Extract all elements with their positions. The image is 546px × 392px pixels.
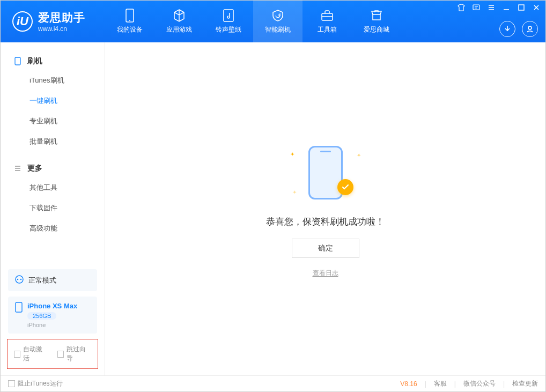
- version-label: V8.16: [400, 380, 417, 388]
- sidebar-item-itunes-flash[interactable]: iTunes刷机: [1, 70, 105, 91]
- divider: |: [503, 380, 505, 388]
- tab-label: 智能刷机: [265, 25, 291, 34]
- phone-icon: [123, 9, 137, 23]
- success-illustration: ✦ ✦ ✦: [293, 140, 358, 205]
- view-log-link[interactable]: 查看日志: [313, 269, 338, 278]
- checkbox-label: 阻止iTunes运行: [18, 379, 63, 388]
- device-type: iPhone: [27, 322, 77, 328]
- checkbox-icon: [14, 351, 20, 358]
- divider: |: [425, 380, 426, 388]
- store-icon: [370, 9, 383, 23]
- checkbox-icon: [57, 351, 64, 358]
- shirt-icon[interactable]: [456, 3, 466, 12]
- tab-toolbox[interactable]: 工具箱: [302, 1, 352, 42]
- app-logo-icon: iU: [12, 11, 33, 32]
- status-bar: 阻止iTunes运行 V8.16 | 客服 | 微信公众号 | 检查更新: [1, 375, 545, 391]
- tab-label: 爱思商城: [364, 25, 389, 34]
- sidebar-item-download-firmware[interactable]: 下载固件: [1, 198, 105, 218]
- app-logo-block: iU 爱思助手 www.i4.cn: [1, 1, 105, 42]
- menu-icon[interactable]: [486, 3, 496, 12]
- phone-small-icon: [14, 302, 23, 314]
- tab-apps-games[interactable]: 应用游戏: [154, 1, 204, 42]
- refresh-icon: [271, 9, 285, 23]
- device-name: iPhone XS Max: [27, 302, 77, 310]
- cube-icon: [172, 9, 186, 23]
- device-card[interactable]: iPhone XS Max 256GB iPhone: [8, 297, 97, 334]
- user-button[interactable]: [522, 21, 538, 37]
- minimize-icon[interactable]: [501, 3, 511, 12]
- app-subtitle: www.i4.cn: [38, 25, 85, 33]
- checkbox-block-itunes[interactable]: 阻止iTunes运行: [8, 379, 63, 388]
- sparkle-icon: ✦: [292, 189, 297, 195]
- main-content: ✦ ✦ ✦ 恭喜您，保资料刷机成功啦！ 确定 查看日志: [105, 42, 545, 375]
- svg-point-6: [528, 26, 532, 29]
- close-icon[interactable]: [532, 3, 541, 12]
- tab-label: 工具箱: [318, 25, 337, 34]
- svg-point-1: [129, 20, 130, 21]
- sidebar-group-more: 更多: [1, 159, 105, 177]
- sidebar-item-oneclick-flash[interactable]: 一键刷机: [1, 91, 105, 111]
- link-support[interactable]: 客服: [434, 379, 447, 388]
- tab-smart-flash[interactable]: 智能刷机: [253, 1, 302, 42]
- svg-point-10: [20, 279, 22, 280]
- mode-label: 正常模式: [28, 276, 56, 285]
- sidebar-group-label: 更多: [27, 164, 42, 173]
- window-controls: [456, 3, 541, 12]
- maximize-icon[interactable]: [517, 3, 526, 12]
- ok-button[interactable]: 确定: [292, 239, 359, 258]
- svg-rect-11: [16, 302, 22, 312]
- svg-rect-4: [473, 5, 479, 10]
- checkbox-skip-wizard[interactable]: 跳过向导: [57, 345, 91, 363]
- check-badge-icon: [337, 179, 353, 195]
- title-bar: iU 爱思助手 www.i4.cn 我的设备 应用游戏 铃声壁纸 智能刷机 工具…: [1, 1, 545, 42]
- tab-label: 应用游戏: [166, 25, 192, 34]
- svg-point-8: [16, 276, 23, 283]
- feedback-icon[interactable]: [471, 3, 481, 12]
- sidebar-item-batch-flash[interactable]: 批量刷机: [1, 131, 105, 152]
- link-check-update[interactable]: 检查更新: [512, 379, 538, 388]
- sidebar-item-other-tools[interactable]: 其他工具: [1, 177, 105, 198]
- tab-label: 铃声壁纸: [216, 25, 241, 34]
- phone-notch: [320, 151, 331, 152]
- download-button[interactable]: [499, 21, 515, 37]
- sparkle-icon: ✦: [357, 152, 361, 158]
- sidebar-group-flash: 刷机: [1, 52, 105, 70]
- toolbox-icon: [320, 9, 334, 23]
- music-icon: [222, 9, 235, 23]
- app-title: 爱思助手: [38, 10, 85, 25]
- checkbox-label: 跳过向导: [67, 345, 91, 363]
- tab-store[interactable]: 爱思商城: [352, 1, 401, 42]
- sparkle-icon: ✦: [290, 151, 294, 157]
- phone-illustration-body: [308, 146, 343, 199]
- device-icon: [13, 57, 22, 65]
- sidebar-group-label: 刷机: [27, 56, 42, 66]
- checkbox-label: 自动激活: [23, 345, 48, 363]
- mode-icon: [14, 275, 24, 286]
- checkbox-icon: [8, 380, 15, 387]
- sidebar: 刷机 iTunes刷机 一键刷机 专业刷机 批量刷机 更多 其他工具 下载固件 …: [1, 42, 105, 375]
- header-actions: [499, 21, 538, 37]
- activation-options: 自动激活 跳过向导: [7, 339, 98, 369]
- tab-my-device[interactable]: 我的设备: [105, 1, 154, 42]
- svg-point-9: [17, 279, 19, 280]
- svg-rect-2: [224, 10, 233, 21]
- top-tabs: 我的设备 应用游戏 铃声壁纸 智能刷机 工具箱 爱思商城: [105, 1, 401, 42]
- sidebar-item-advanced[interactable]: 高级功能: [1, 218, 105, 239]
- tab-ringtones[interactable]: 铃声壁纸: [204, 1, 253, 42]
- mode-card[interactable]: 正常模式: [8, 269, 97, 291]
- svg-rect-5: [519, 5, 524, 10]
- success-message: 恭喜您，保资料刷机成功啦！: [266, 216, 385, 228]
- tab-label: 我的设备: [117, 25, 143, 34]
- checkbox-auto-activate[interactable]: 自动激活: [14, 345, 48, 363]
- svg-rect-7: [15, 57, 20, 65]
- sidebar-item-pro-flash[interactable]: 专业刷机: [1, 111, 105, 131]
- device-capacity: 256GB: [27, 312, 56, 320]
- divider: |: [454, 380, 456, 388]
- list-icon: [13, 164, 22, 173]
- link-wechat[interactable]: 微信公众号: [463, 379, 496, 388]
